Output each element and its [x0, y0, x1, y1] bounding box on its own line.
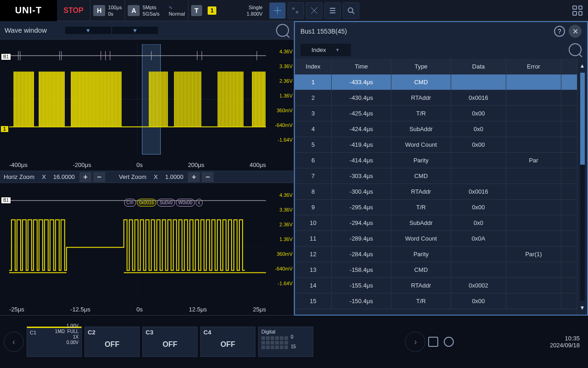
column-header[interactable]: Type [391, 59, 451, 74]
wave-icon: ∿ [169, 4, 185, 11]
close-icon[interactable]: ✕ [569, 25, 582, 38]
measure-icon[interactable] [306, 2, 322, 19]
table-row[interactable]: 2-430.4μsRTAddr0x0016 [295, 90, 577, 106]
prev-page-icon[interactable]: ‹ [4, 332, 24, 352]
x-label: -400μs [9, 161, 28, 168]
wave-window-header: Wave window ▾▾ [0, 21, 294, 40]
waveform-overview[interactable]: B1 1 4.36V3.36V2.36V1.36V360mV-640mV-1.6… [0, 40, 294, 171]
bus-search-icon[interactable] [569, 43, 582, 56]
network-icon[interactable] [444, 337, 454, 347]
wave-tab-1[interactable]: ▾ [65, 27, 111, 34]
column-header[interactable]: Data [451, 59, 506, 74]
channel-c1[interactable]: C1 1.00V 1MΩ FULL 1X 0.00V [27, 327, 82, 357]
table-row[interactable]: 8-300.4μsRTAddr0x0016 [295, 184, 577, 200]
acquisition-section[interactable]: A 5Mpts5GSa/s ∿Normal [124, 0, 187, 21]
table-row[interactable]: 1-433.4μsCMD [295, 75, 577, 90]
v-label: 4.36V [275, 44, 293, 59]
column-header[interactable]: Time [332, 59, 391, 74]
v-label: -640mV [275, 261, 293, 276]
acq-mode: Normal [169, 11, 185, 17]
list-icon[interactable] [324, 2, 341, 19]
a-badge: A [128, 5, 140, 16]
channel-c3[interactable]: C3OFF [142, 327, 198, 357]
x-label: 0s [136, 306, 143, 313]
table-row[interactable]: 6-414.4μsParityPar [295, 153, 577, 168]
vert-zoom-in[interactable]: + [188, 172, 200, 182]
ab-maker-icon[interactable]: AB [288, 2, 304, 19]
trig-level: 1.800V [247, 11, 263, 17]
scroll-down-icon[interactable]: ▼ [580, 301, 585, 315]
horiz-zoom-label: Horiz Zoom [0, 173, 38, 180]
x-label: -200μs [73, 161, 91, 168]
channel-c2[interactable]: C2OFF [85, 327, 140, 357]
table-row[interactable]: 9-295.4μsT/R0x00 [295, 200, 577, 215]
top-toolbar: UNI-T STOP H 100μs0s A 5Mpts5GSa/s ∿Norm… [0, 0, 588, 21]
v-label: 4.36V [275, 188, 293, 202]
apps-menu-icon[interactable] [567, 0, 588, 21]
wave-title: Wave window [5, 26, 47, 34]
vert-zoom-value: 1.0000 [162, 173, 187, 180]
waveform-zoom[interactable]: B1 Cm 0x0016 Su0x0 W0x00 x 4.36V3.36V2.3… [0, 183, 294, 316]
table-row[interactable]: 12-284.4μsParityPar(1) [295, 247, 577, 262]
table-row[interactable]: 4-424.4μsSubAddr0x0 [295, 121, 577, 137]
search-tool-icon[interactable] [343, 2, 359, 19]
scroll-up-icon[interactable]: ▲ [580, 59, 585, 73]
v-label: -640mV [275, 118, 293, 132]
h-badge: H [93, 5, 105, 16]
v-label: 2.36V [275, 74, 293, 88]
vert-zoom-out[interactable]: − [202, 172, 214, 182]
index-selector[interactable]: Index▼ [300, 44, 351, 56]
table-row[interactable]: 3-425.4μsT/R0x00 [295, 106, 577, 121]
x-label: 0s [136, 161, 143, 168]
usb-icon[interactable] [428, 337, 438, 347]
ch1-marker[interactable]: 1 [1, 126, 8, 132]
sample-rate: 5GSa/s [142, 11, 159, 17]
column-header[interactable]: Error [506, 59, 561, 74]
decode-table: IndexTimeTypeDataError 1-433.4μsCMD2-430… [295, 59, 577, 315]
decode-x: x [196, 199, 203, 207]
v-label: 1.36V [275, 88, 293, 103]
horiz-zoom-out[interactable]: − [93, 172, 105, 182]
datetime: 10:35 2024/09/18 [550, 335, 584, 349]
vert-zoom-label: Vert Zoom [115, 173, 150, 180]
help-icon[interactable]: ? [554, 26, 565, 37]
table-row[interactable]: 11-289.4μsWord Count0x0A [295, 231, 577, 247]
chevron-down-icon: ▼ [335, 47, 340, 52]
v-label: 3.36V [275, 59, 293, 74]
x-label: -12.5μs [70, 306, 90, 313]
v-label: 1.36V [275, 232, 293, 247]
x-label: 25μs [253, 306, 266, 313]
v-label: 360mV [275, 103, 293, 118]
next-page-icon[interactable]: › [405, 332, 425, 352]
column-header[interactable]: Index [295, 59, 332, 74]
svg-text:A: A [292, 6, 295, 11]
run-status[interactable]: STOP [57, 6, 90, 15]
channel-c4[interactable]: C4OFF [200, 327, 255, 357]
logo: UNI-T [0, 0, 57, 21]
wave-tab-2[interactable]: ▾ [112, 27, 158, 34]
trig-source: 1 [208, 6, 216, 15]
decode-tags: Cm 0x0016 Su0x0 W0x00 x [124, 199, 203, 207]
decode-addr: 0x0016 [137, 199, 157, 207]
svg-point-2 [348, 8, 353, 12]
v-label: -1.64V [275, 132, 293, 147]
table-row[interactable]: 5-419.4μsWord Count0x00 [295, 137, 577, 153]
decode-sub: Su0x0 [157, 199, 175, 207]
table-row[interactable]: 10-294.4μsSubAddr0x0 [295, 215, 577, 231]
channel-digital[interactable]: Digital 015 [258, 327, 313, 357]
v-label: -1.64V [275, 276, 293, 291]
v-label: 360mV [275, 247, 293, 261]
horiz-zoom-in[interactable]: + [79, 172, 91, 182]
bus-title: Bus1 1553B(45) [300, 28, 347, 35]
table-row[interactable]: 14-155.4μsRTAddr0x0002 [295, 278, 577, 293]
search-icon[interactable] [276, 24, 289, 37]
decode-wc: W0x00 [176, 199, 195, 207]
table-scrollbar[interactable]: ▲ ▼ [577, 59, 587, 315]
trigger-section[interactable]: T 1 Single1.800V [188, 0, 266, 21]
table-row[interactable]: 7-303.4μsCMD [295, 168, 577, 184]
table-row[interactable]: 13-158.4μsCMD [295, 262, 577, 278]
horizontal-section[interactable]: H 100μs0s [90, 0, 124, 21]
decode-cmd: Cm [124, 199, 136, 207]
cursor-tool-icon[interactable] [269, 2, 286, 19]
table-row[interactable]: 15-150.4μsT/R0x00 [295, 293, 577, 309]
